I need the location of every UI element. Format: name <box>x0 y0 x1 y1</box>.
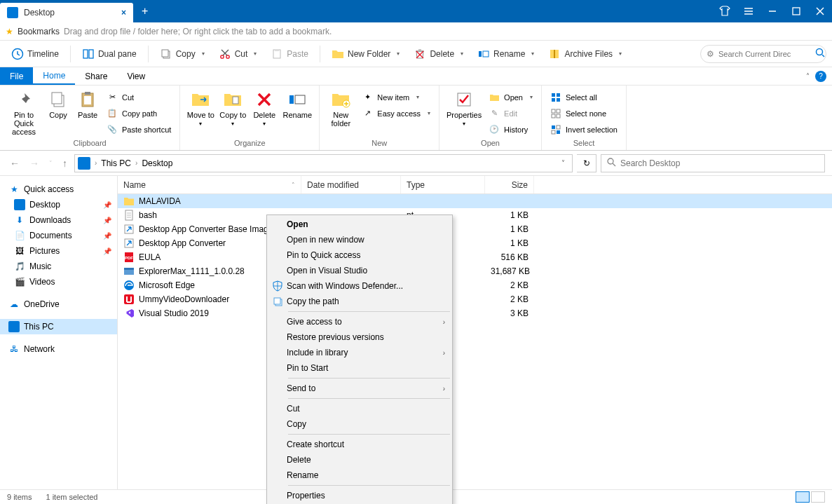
breadcrumb-thispc[interactable]: This PC <box>101 158 131 168</box>
chevron-right-icon[interactable]: › <box>132 159 140 167</box>
ctx-pin-start[interactable]: Pin to Start <box>268 360 451 376</box>
ctx-give-access[interactable]: Give access to› <box>268 314 451 329</box>
tab-home[interactable]: Home <box>33 67 75 85</box>
sidebar-network[interactable]: 🖧Network <box>0 341 117 357</box>
chevron-right-icon[interactable]: › <box>92 159 100 167</box>
toolbar-search[interactable]: ⚙ <box>700 45 826 63</box>
collapse-ribbon-icon[interactable]: ˄ <box>806 72 810 80</box>
copy-button[interactable]: Copy ▾ <box>154 44 210 64</box>
easyaccess-button[interactable]: ↗Easy access▾ <box>357 106 435 121</box>
sidebar-onedrive[interactable]: ☁OneDrive <box>0 297 117 312</box>
ctx-cut[interactable]: Cut <box>268 401 451 416</box>
up-button[interactable]: ↑ <box>60 158 70 169</box>
breadcrumb-desktop[interactable]: Desktop <box>142 158 172 168</box>
paste-button[interactable]: Paste <box>265 44 314 64</box>
ctx-pin-quick[interactable]: Pin to Quick access <box>268 247 451 263</box>
copyto-button[interactable]: Copy to▾ <box>217 87 249 127</box>
search-icon[interactable] <box>815 48 825 60</box>
ribbon-open-button[interactable]: Open▾ <box>484 90 537 104</box>
ribbon-copypath-button[interactable]: 📋Copy path <box>102 106 175 121</box>
ribbon-cut-button[interactable]: ✂Cut <box>102 90 175 104</box>
search-input[interactable] <box>620 158 819 168</box>
timeline-button[interactable]: Timeline <box>6 44 64 64</box>
chevron-down-icon[interactable]: ▾ <box>619 50 622 57</box>
back-button[interactable]: ← <box>7 158 22 169</box>
maximize-button[interactable] <box>784 0 808 22</box>
archive-button[interactable]: Archive Files ▾ <box>543 44 627 64</box>
selectnone-button[interactable]: Select none <box>546 106 622 121</box>
ctx-copy-path[interactable]: Copy the path <box>268 294 451 309</box>
header-size[interactable]: Size <box>485 176 534 193</box>
pin-quick-access-button[interactable]: Pin to Quick access <box>4 87 43 136</box>
ctx-copy[interactable]: Copy <box>268 416 451 432</box>
file-row[interactable]: Microsoft Edge2 KB <box>118 278 832 292</box>
close-tab-icon[interactable]: × <box>121 8 126 18</box>
delete-button[interactable]: Delete ▾ <box>408 44 469 64</box>
ribbon-pasteshortcut-button[interactable]: 📎Paste shortcut <box>102 122 175 137</box>
gear-icon[interactable]: ⚙ <box>707 49 714 59</box>
help-icon[interactable]: ? <box>815 71 826 82</box>
view-icons-button[interactable] <box>811 491 825 503</box>
ctx-open-new-window[interactable]: Open in new window <box>268 232 451 247</box>
newfolder-button[interactable]: New Folder ▾ <box>326 44 405 64</box>
ribbon-delete-button[interactable]: Delete▾ <box>249 87 280 127</box>
ctx-rename[interactable]: Rename <box>268 468 451 483</box>
invertselection-button[interactable]: Invert selection <box>546 122 622 137</box>
ribbon-history-button[interactable]: 🕑History <box>484 122 537 137</box>
toolbar-search-input[interactable] <box>718 50 815 58</box>
ctx-open[interactable]: Open <box>268 217 451 232</box>
file-row[interactable]: Desktop App Converter Base Imagrtcut1 KB <box>118 222 832 236</box>
shirt-icon[interactable] <box>713 0 737 22</box>
tab-file[interactable]: File <box>0 67 33 85</box>
file-row[interactable]: bashnt1 KB <box>118 208 832 222</box>
sidebar-quick-access[interactable]: ★Quick access <box>0 182 117 197</box>
ribbon-copy-button[interactable]: Copy <box>43 87 73 119</box>
chevron-down-icon[interactable]: ▾ <box>397 50 400 57</box>
file-row[interactable]: Desktop App Converterrtcut1 KB <box>118 236 832 250</box>
breadcrumb[interactable]: › This PC › Desktop ˅ <box>74 154 573 172</box>
tab-share[interactable]: Share <box>75 67 117 85</box>
file-row[interactable]: Visual Studio 20193 KB <box>118 306 832 320</box>
file-row[interactable]: MALAVIDA <box>118 194 832 208</box>
properties-button[interactable]: Properties▾ <box>444 87 484 127</box>
search-box[interactable] <box>601 154 825 172</box>
chevron-down-icon[interactable]: ▾ <box>254 50 257 57</box>
header-date[interactable]: Date modified <box>301 176 401 193</box>
minimize-button[interactable] <box>761 0 784 22</box>
sidebar-music[interactable]: 🎵Music <box>0 259 117 274</box>
hamburger-icon[interactable] <box>737 0 761 22</box>
chevron-down-icon[interactable]: ˅ <box>557 159 569 167</box>
header-name[interactable]: Name˄ <box>118 176 301 193</box>
sidebar-pictures[interactable]: 🖼Pictures📌 <box>0 243 117 259</box>
recent-dropdown[interactable]: ˅ <box>46 160 55 167</box>
dualpane-button[interactable]: Dual pane <box>76 44 142 64</box>
close-button[interactable] <box>808 0 832 22</box>
tab-desktop[interactable]: Desktop × <box>0 3 133 22</box>
chevron-down-icon[interactable]: ▾ <box>531 50 534 57</box>
ribbon-newfolder-button[interactable]: New folder <box>324 87 357 128</box>
header-type[interactable]: Type <box>401 176 485 193</box>
sidebar-documents[interactable]: 📄Documents📌 <box>0 228 117 243</box>
ctx-properties[interactable]: Properties <box>268 488 451 503</box>
selectall-button[interactable]: Select all <box>546 90 622 104</box>
view-details-button[interactable] <box>796 491 810 503</box>
sidebar-desktop[interactable]: Desktop📌 <box>0 197 117 212</box>
sidebar-videos[interactable]: 🎬Videos <box>0 274 117 290</box>
sidebar-thispc[interactable]: This PC <box>0 319 117 334</box>
chevron-down-icon[interactable]: ▾ <box>461 50 463 57</box>
chevron-down-icon[interactable]: ▾ <box>202 50 205 57</box>
ribbon-paste-button[interactable]: Paste <box>73 87 102 119</box>
newitem-button[interactable]: ✦New item▾ <box>357 90 435 104</box>
ribbon-rename-button[interactable]: Rename <box>280 87 315 119</box>
ctx-delete[interactable]: Delete <box>268 452 451 468</box>
add-tab-button[interactable]: + <box>133 5 156 18</box>
ctx-restore-versions[interactable]: Restore previous versions <box>268 329 451 345</box>
rename-button[interactable]: Rename ▾ <box>472 44 540 64</box>
sidebar-downloads[interactable]: ⬇Downloads📌 <box>0 212 117 228</box>
cut-button[interactable]: Cut ▾ <box>213 44 263 64</box>
tab-view[interactable]: View <box>117 67 155 85</box>
ctx-include-library[interactable]: Include in library› <box>268 345 451 360</box>
ctx-open-vs[interactable]: Open in Visual Studio <box>268 263 451 278</box>
ctx-create-shortcut[interactable]: Create shortcut <box>268 437 451 452</box>
ribbon-edit-button[interactable]: ✎Edit <box>484 106 537 121</box>
